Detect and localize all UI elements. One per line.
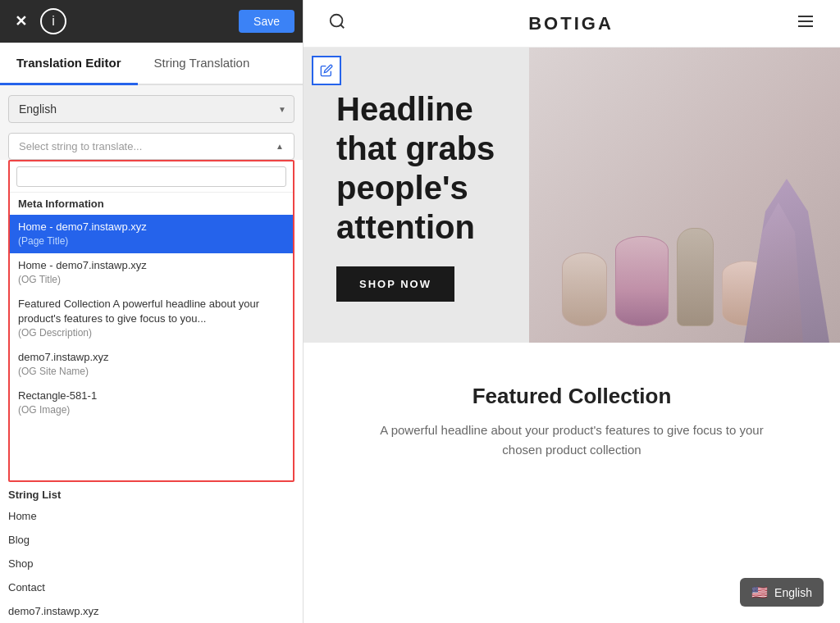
item-sub-og-sitename: (OG Site Name) <box>18 365 285 379</box>
dropdown-search-input[interactable] <box>16 166 286 187</box>
dropdown-panel: Meta Information Home - demo7.instawp.xy… <box>8 160 294 482</box>
string-select-box[interactable]: Select string to translate... ▲ <box>8 133 294 160</box>
language-badge-label: English <box>774 586 812 599</box>
save-button[interactable]: Save <box>239 10 294 33</box>
site-header: BOTIGA <box>304 0 840 48</box>
product-bottle-1 <box>677 228 714 326</box>
product-jar-1 <box>562 252 607 326</box>
featured-subtitle: A powerful headline about your product's… <box>367 421 777 460</box>
language-badge[interactable]: 🇺🇸 English <box>740 578 824 607</box>
item-sub-og-title: (OG Title) <box>18 273 285 287</box>
featured-section: Featured Collection A powerful headline … <box>304 343 840 484</box>
arrow-up-icon: ▲ <box>276 142 284 151</box>
dropdown-item-page-title[interactable]: Home - demo7.instawp.xyz (Page Title) <box>10 215 293 253</box>
tabs-bar: Translation Editor String Translation <box>0 43 303 85</box>
hero-text: Headline that grabs people's attention S… <box>304 65 545 326</box>
right-panel: BOTIGA Headline that grabs people's atte… <box>304 0 840 623</box>
svg-line-1 <box>340 25 344 28</box>
dropdown-search-area <box>10 161 293 193</box>
site-logo: BOTIGA <box>528 13 614 34</box>
info-button[interactable]: i <box>40 8 66 34</box>
item-label-og-title: Home - demo7.instawp.xyz <box>18 258 285 273</box>
language-select-wrap: English French German Spanish <box>8 95 294 123</box>
string-select-placeholder: Select string to translate... <box>19 140 142 152</box>
close-button[interactable]: ✕ <box>8 9 34 34</box>
top-bar: ✕ i Save <box>0 0 303 43</box>
string-list-header: String List <box>0 482 303 504</box>
list-item-shop[interactable]: Shop <box>0 552 303 575</box>
tab-string-translation[interactable]: String Translation <box>138 43 267 85</box>
featured-title: Featured Collection <box>336 384 807 409</box>
item-label-og-image: Rectangle-581-1 <box>18 389 285 403</box>
list-item-contact[interactable]: Contact <box>0 575 303 599</box>
dropdown-item-og-title[interactable]: Home - demo7.instawp.xyz (OG Title) <box>10 253 293 292</box>
tab-translation-editor[interactable]: Translation Editor <box>0 43 138 85</box>
item-sub-og-image: (OG Image) <box>18 403 285 417</box>
item-sub-page-title: (Page Title) <box>18 234 285 248</box>
dropdown-item-og-desc[interactable]: Featured Collection A powerful headline … <box>10 292 293 345</box>
item-label-og-desc: Featured Collection A powerful headline … <box>18 297 285 326</box>
list-item-domain[interactable]: demo7.instawp.xyz <box>0 599 303 623</box>
meta-section-header: Meta Information <box>10 193 293 215</box>
item-sub-og-desc: (OG Description) <box>18 326 285 340</box>
left-panel: ✕ i Save Translation Editor String Trans… <box>0 0 304 623</box>
hero-edit-button[interactable] <box>312 56 341 85</box>
hero-section: Headline that grabs people's attention S… <box>304 48 840 343</box>
svg-point-0 <box>331 15 343 27</box>
language-select[interactable]: English French German Spanish <box>8 95 294 123</box>
string-list-section: String List Home Blog Shop Contact demo7… <box>0 482 303 623</box>
search-icon[interactable] <box>328 12 346 34</box>
menu-icon[interactable] <box>796 11 815 35</box>
dropdown-item-og-image[interactable]: Rectangle-581-1 (OG Image) <box>10 384 293 422</box>
item-label-page-title: Home - demo7.instawp.xyz <box>18 220 285 234</box>
list-item-home[interactable]: Home <box>0 504 303 528</box>
language-select-section: English French German Spanish <box>0 85 303 130</box>
hero-products-area <box>529 48 840 343</box>
string-select-section: Select string to translate... ▲ <box>0 130 303 160</box>
product-jar-2 <box>615 236 669 326</box>
dropdown-item-og-sitename[interactable]: demo7.instawp.xyz (OG Site Name) <box>10 345 293 384</box>
list-item-blog[interactable]: Blog <box>0 528 303 552</box>
flag-icon: 🇺🇸 <box>751 584 768 600</box>
item-label-og-sitename: demo7.instawp.xyz <box>18 350 285 365</box>
shop-now-button[interactable]: SHOP NOW <box>336 266 454 302</box>
hero-headline: Headline that grabs people's attention <box>336 89 512 247</box>
